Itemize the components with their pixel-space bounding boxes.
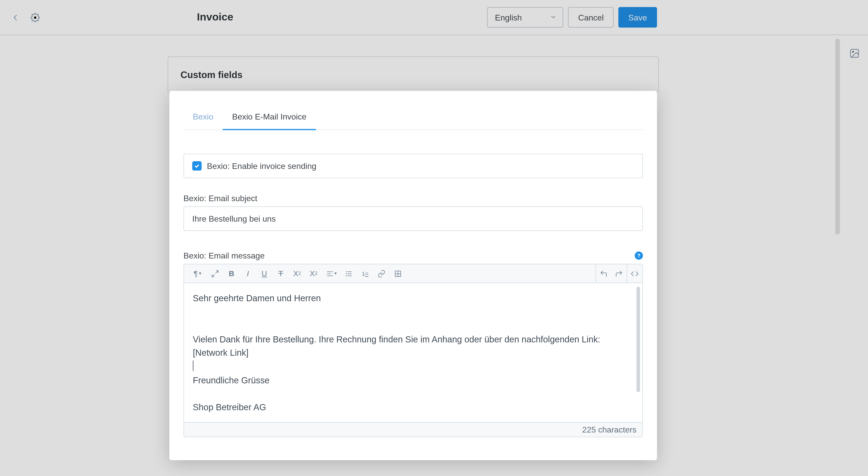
- custom-fields-card: Custom fields: [168, 56, 659, 94]
- gear-icon[interactable]: [27, 9, 43, 26]
- strike-icon[interactable]: T: [273, 269, 288, 278]
- email-message-text-after: Freundliche Grüsse Shop Betreiber AG: [193, 375, 270, 412]
- cancel-button[interactable]: Cancel: [568, 7, 614, 27]
- email-message-label: Bexio: Email message: [183, 251, 265, 260]
- editor-toolbar: ¶▾ B I U T X2 X2 ▾: [184, 264, 643, 283]
- svg-line-4: [212, 274, 214, 276]
- enable-invoice-sending-checkbox[interactable]: [192, 161, 202, 171]
- svg-point-8: [346, 271, 347, 272]
- italic-icon[interactable]: I: [240, 269, 255, 278]
- underline-icon[interactable]: U: [257, 269, 272, 278]
- save-button[interactable]: Save: [618, 7, 657, 27]
- page-title: Invoice: [197, 11, 233, 24]
- link-icon[interactable]: [374, 269, 389, 278]
- help-icon[interactable]: ?: [635, 252, 643, 260]
- paragraph-style-dropdown[interactable]: ¶▾: [189, 269, 206, 278]
- tab-bexio-label: Bexio: [193, 112, 213, 122]
- image-icon[interactable]: [849, 48, 860, 60]
- bold-icon[interactable]: B: [224, 269, 239, 278]
- svg-point-2: [852, 51, 854, 53]
- modal-tabs: Bexio Bexio E-Mail Invoice: [183, 104, 643, 130]
- email-message-textarea[interactable]: Sehr geehrte Damen und Herren Vielen Dan…: [184, 283, 643, 422]
- language-select[interactable]: English: [487, 7, 564, 27]
- custom-fields-title: Custom fields: [181, 70, 646, 81]
- svg-point-10: [346, 273, 347, 274]
- enable-invoice-sending-label: Bexio: Enable invoice sending: [207, 161, 316, 171]
- enable-invoice-sending-row[interactable]: Bexio: Enable invoice sending: [183, 154, 643, 178]
- table-icon[interactable]: [390, 269, 406, 278]
- tab-bexio[interactable]: Bexio: [183, 104, 222, 129]
- superscript-icon[interactable]: X2: [289, 269, 305, 278]
- fullscreen-icon[interactable]: [208, 269, 223, 278]
- numbered-list-icon[interactable]: 1=: [358, 271, 373, 276]
- page-scrollbar-thumb[interactable]: [835, 39, 840, 234]
- top-bar: Invoice English Cancel Save: [0, 0, 868, 35]
- undo-icon[interactable]: [596, 264, 612, 283]
- svg-line-3: [216, 271, 218, 273]
- chevron-down-icon: [550, 12, 557, 22]
- svg-point-12: [346, 275, 347, 276]
- character-counter: 225 characters: [184, 422, 643, 437]
- email-subject-label: Bexio: Email subject: [183, 193, 643, 203]
- editor-scrollbar-thumb[interactable]: [637, 287, 640, 392]
- tab-bexio-email-invoice[interactable]: Bexio E-Mail Invoice: [223, 104, 316, 129]
- text-caret-icon: [193, 360, 193, 371]
- save-button-label: Save: [628, 12, 647, 22]
- redo-icon[interactable]: [611, 264, 626, 283]
- align-dropdown[interactable]: ▾: [322, 269, 340, 278]
- tab-bexio-email-invoice-label: Bexio E-Mail Invoice: [232, 112, 307, 122]
- language-select-value: English: [495, 12, 522, 22]
- email-message-text-before: Sehr geehrte Damen und Herren Vielen Dan…: [193, 293, 603, 357]
- email-subject-input[interactable]: [183, 206, 643, 231]
- settings-modal: Bexio Bexio E-Mail Invoice Bexio: Enable…: [169, 91, 657, 460]
- richtext-editor: ¶▾ B I U T X2 X2 ▾: [183, 264, 643, 438]
- code-view-icon[interactable]: [627, 264, 643, 283]
- bullet-list-icon[interactable]: [341, 269, 356, 278]
- svg-point-0: [34, 16, 36, 19]
- subscript-icon[interactable]: X2: [306, 269, 321, 278]
- back-icon[interactable]: [7, 9, 23, 26]
- cancel-button-label: Cancel: [578, 12, 604, 22]
